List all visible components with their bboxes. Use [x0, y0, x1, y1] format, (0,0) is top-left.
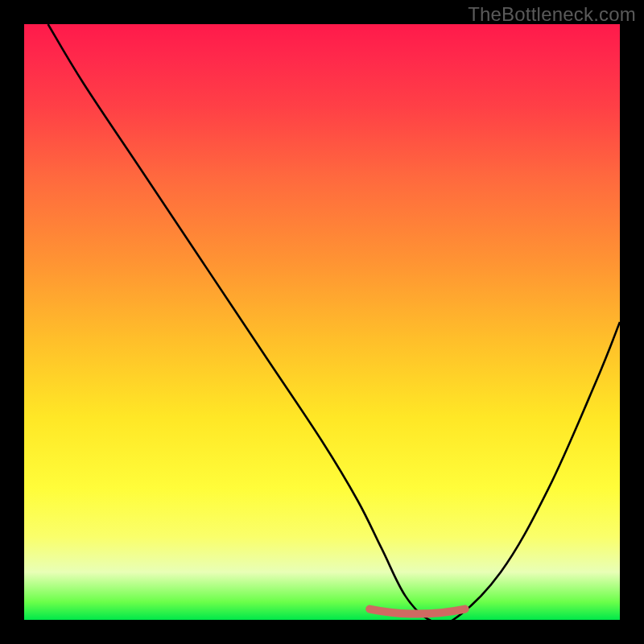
bottleneck-curve	[48, 24, 620, 620]
watermark-text: TheBottleneck.com	[468, 3, 636, 26]
chart-frame: TheBottleneck.com	[0, 0, 644, 644]
plot-area	[24, 24, 620, 620]
curve-svg	[24, 24, 620, 620]
